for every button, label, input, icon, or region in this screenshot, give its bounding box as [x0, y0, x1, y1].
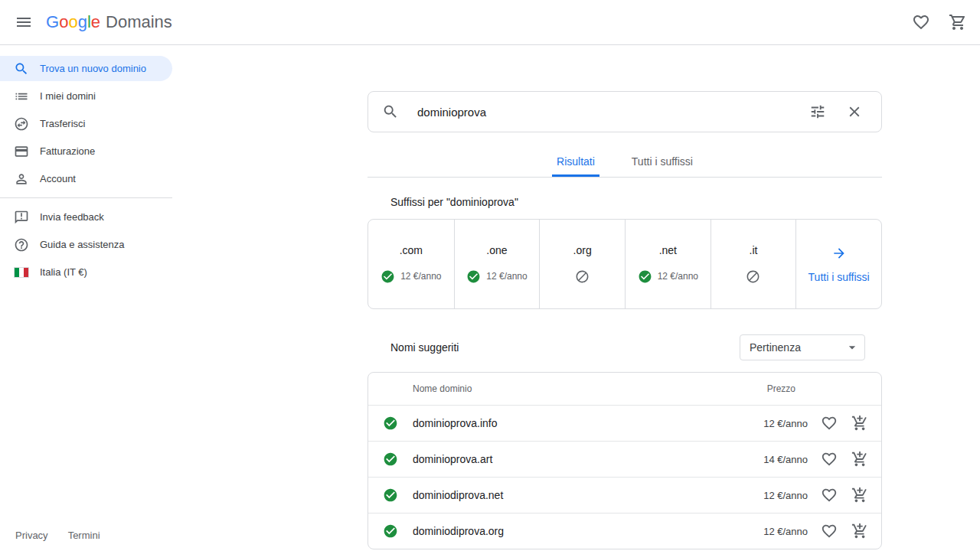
table-row[interactable]: dominioprova.art 14 €/anno: [368, 441, 881, 477]
domain-price: 14 €/anno: [763, 454, 808, 465]
topbar-actions: [910, 11, 969, 34]
tab-results[interactable]: Risultati: [552, 146, 599, 177]
suffix-status: 12 €/anno: [381, 269, 441, 284]
available-check-icon: [466, 269, 481, 284]
sidebar-item-label: I miei domini: [40, 90, 96, 102]
unavailable-block-icon: [746, 269, 760, 284]
sidebar: Trova un nuovo dominio I miei domini Tra…: [0, 45, 172, 551]
domain-name: dominiodiprova.org: [413, 525, 504, 537]
feedback-icon: [14, 210, 29, 225]
terms-link[interactable]: Termini: [68, 530, 100, 541]
favorite-heart-icon[interactable]: [820, 486, 838, 504]
search-input[interactable]: [417, 106, 806, 119]
all-suffixes-card[interactable]: Tutti i suffissi: [795, 220, 881, 308]
caret-down-icon: [844, 340, 860, 355]
unavailable-block-icon: [575, 269, 590, 284]
top-bar: Google Domains: [0, 0, 980, 45]
logo-product-name: Domains: [106, 12, 172, 32]
logo-letter: e: [91, 12, 100, 32]
sidebar-item-label: Fatturazione: [40, 145, 95, 157]
sidebar-footer: Privacy Termini: [15, 530, 100, 541]
suffix-price: 12 €/anno: [658, 271, 698, 282]
domain-price: 12 €/anno: [763, 418, 808, 429]
tld-label: .it: [750, 244, 758, 256]
suffixes-heading: Suffissi per "dominioprova": [368, 196, 882, 208]
sidebar-item-my-domains[interactable]: I miei domini: [0, 83, 172, 109]
sidebar-item-label: Trova un nuovo dominio: [40, 63, 146, 74]
tld-label: .one: [486, 244, 507, 256]
suffix-card-net[interactable]: .net 12 €/anno: [625, 220, 710, 308]
tld-label: .net: [659, 244, 677, 256]
available-check-icon: [383, 452, 398, 467]
suffix-card-com[interactable]: .com 12 €/anno: [368, 220, 454, 308]
favorite-heart-icon[interactable]: [820, 450, 838, 468]
add-to-cart-icon[interactable]: [851, 486, 869, 504]
results-tabs: Risultati Tutti i suffissi: [368, 146, 882, 178]
search-icon: [382, 103, 399, 120]
tab-all-suffixes[interactable]: Tutti i suffissi: [627, 146, 697, 177]
available-check-icon: [381, 269, 395, 284]
logo-letter: o: [68, 12, 77, 32]
filter-tune-icon[interactable]: [806, 100, 829, 123]
sidebar-divider: [0, 197, 172, 198]
suffix-status: [746, 269, 760, 284]
favorite-heart-icon[interactable]: [820, 522, 838, 540]
suffix-card-one[interactable]: .one 12 €/anno: [454, 220, 540, 308]
sidebar-item-find-domain[interactable]: Trova un nuovo dominio: [0, 56, 172, 81]
all-suffixes-link: Tutti i suffissi: [808, 271, 870, 283]
availability-cell: [368, 523, 413, 539]
availability-cell: [368, 416, 413, 431]
suffix-status: [575, 269, 590, 284]
table-row[interactable]: dominioprova.info 12 €/anno: [368, 405, 881, 441]
domains-list-icon: [14, 89, 29, 104]
sidebar-item-label: Trasferisci: [40, 118, 85, 129]
suffix-status: 12 €/anno: [638, 269, 698, 284]
column-header-price: Prezzo: [727, 383, 795, 394]
favorites-heart-icon[interactable]: [910, 11, 933, 34]
google-domains-logo[interactable]: Google Domains: [46, 12, 172, 32]
close-icon[interactable]: [843, 100, 866, 123]
availability-cell: [368, 487, 413, 503]
domain-price: 12 €/anno: [763, 490, 808, 501]
suffix-card-org[interactable]: .org: [539, 220, 625, 308]
sidebar-item-send-feedback[interactable]: Invia feedback: [0, 204, 172, 230]
menu-icon[interactable]: [12, 11, 35, 34]
suffix-price: 12 €/anno: [400, 271, 441, 282]
suggestions-title: Nomi suggeriti: [390, 341, 459, 354]
sidebar-item-account[interactable]: Account: [0, 166, 172, 191]
available-check-icon: [383, 487, 398, 503]
suffix-status: 12 €/anno: [466, 269, 527, 284]
table-row[interactable]: dominiodiprova.org 12 €/anno: [368, 513, 881, 549]
available-check-icon: [383, 523, 398, 539]
add-to-cart-icon[interactable]: [851, 450, 869, 468]
add-to-cart-icon[interactable]: [851, 522, 869, 540]
italy-flag-icon: [14, 267, 29, 278]
available-check-icon: [638, 269, 652, 284]
sort-dropdown[interactable]: Pertinenza: [740, 334, 865, 360]
sidebar-item-label: Account: [40, 173, 76, 184]
table-row[interactable]: dominiodiprova.net 12 €/anno: [368, 477, 881, 513]
billing-card-icon: [14, 144, 29, 159]
suggested-domains-table: Nome dominio Prezzo dominioprova.info 12…: [368, 372, 882, 549]
sidebar-item-label: Italia (IT €): [40, 266, 87, 278]
sidebar-item-billing[interactable]: Fatturazione: [0, 139, 172, 164]
sidebar-item-locale[interactable]: Italia (IT €): [0, 259, 172, 285]
suffix-card-it[interactable]: .it: [710, 220, 796, 308]
transfer-icon: [14, 116, 29, 132]
add-to-cart-icon[interactable]: [851, 414, 869, 432]
domain-name: dominiodiprova.net: [413, 489, 503, 501]
column-header-domain: Nome dominio: [413, 383, 727, 394]
domain-search-box[interactable]: [368, 91, 882, 132]
availability-cell: [368, 452, 413, 467]
sidebar-item-help[interactable]: Guida e assistenza: [0, 232, 172, 257]
logo-letter: G: [46, 12, 59, 32]
cart-icon[interactable]: [946, 11, 969, 34]
domain-price: 12 €/anno: [763, 526, 808, 537]
logo-letter: g: [78, 12, 87, 32]
sidebar-item-transfer[interactable]: Trasferisci: [0, 111, 172, 136]
logo-letter: o: [59, 12, 68, 32]
privacy-link[interactable]: Privacy: [15, 530, 48, 541]
favorite-heart-icon[interactable]: [820, 414, 838, 432]
suggestions-header: Nomi suggeriti Pertinenza: [368, 334, 882, 360]
search-actions: [806, 100, 866, 123]
